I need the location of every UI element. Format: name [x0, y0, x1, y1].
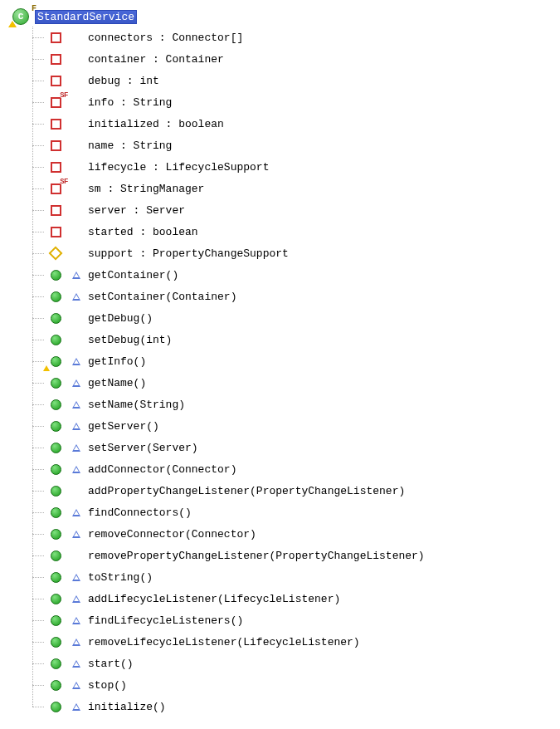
member-node[interactable]: support : PropertyChangeSupport	[10, 242, 553, 264]
private-field-icon	[45, 115, 66, 132]
member-node[interactable]: started : boolean	[10, 221, 553, 242]
member-label: getDebug()	[88, 312, 153, 325]
member-node[interactable]: lifecycle : LifecycleSupport	[10, 156, 553, 178]
member-label: setDebug(int)	[88, 334, 172, 346]
member-label: connectors : Connector[]	[88, 32, 243, 44]
member-node[interactable]: SFsm : StringManager	[10, 178, 553, 199]
member-label: initialized : boolean	[88, 118, 224, 130]
override-marker-icon	[70, 441, 83, 454]
member-node[interactable]: addPropertyChangeListener(PropertyChange…	[10, 480, 553, 501]
member-node[interactable]: addLifecycleListener(LifecycleListener)	[10, 588, 553, 609]
public-method-icon	[45, 439, 66, 456]
member-node[interactable]: server : Server	[10, 199, 553, 221]
member-node[interactable]: findConnectors()	[10, 501, 553, 523]
public-method-icon	[45, 396, 66, 413]
override-marker-icon	[70, 268, 83, 281]
member-node[interactable]: setDebug(int)	[10, 329, 553, 350]
member-label: removeLifecycleListener(LifecycleListene…	[88, 636, 360, 648]
member-label: debug : int	[88, 75, 159, 87]
member-node[interactable]: connectors : Connector[]	[10, 27, 553, 48]
public-method-icon	[45, 461, 66, 477]
private-field-icon	[45, 137, 66, 154]
override-marker-icon	[70, 570, 83, 584]
member-node[interactable]: initialize()	[10, 696, 553, 717]
member-label: support : PropertyChangeSupport	[88, 247, 289, 260]
class-node[interactable]: CF StandardService	[10, 7, 553, 27]
member-label: removeConnector(Connector)	[88, 528, 256, 541]
member-label: getName()	[88, 377, 146, 389]
member-node[interactable]: getContainer()	[10, 264, 553, 286]
private-field-icon	[45, 72, 66, 89]
public-method-icon	[45, 310, 66, 326]
member-node[interactable]: container : Container	[10, 48, 553, 70]
member-label: server : Server	[88, 204, 185, 217]
public-method-icon	[45, 547, 66, 564]
member-label: lifecycle : LifecycleSupport	[88, 161, 269, 174]
member-node[interactable]: setServer(Server)	[10, 437, 553, 458]
member-node[interactable]: addConnector(Connector)	[10, 458, 553, 480]
member-node[interactable]: debug : int	[10, 70, 553, 91]
public-method-icon	[45, 569, 66, 585]
public-method-icon	[45, 504, 66, 521]
member-node[interactable]: getName()	[10, 372, 553, 394]
member-label: stop()	[88, 679, 127, 692]
member-node[interactable]: setContainer(Container)	[10, 286, 553, 307]
public-method-icon	[45, 418, 66, 434]
public-method-icon	[45, 655, 66, 672]
member-node[interactable]: initialized : boolean	[10, 113, 553, 135]
override-marker-icon	[70, 419, 83, 433]
override-marker-icon	[70, 506, 83, 519]
override-marker-icon	[70, 355, 83, 368]
public-method-icon	[45, 374, 66, 391]
member-node[interactable]: removeLifecycleListener(LifecycleListene…	[10, 631, 553, 653]
member-label: initialize()	[88, 701, 166, 713]
private-field-icon	[45, 159, 66, 175]
member-label: addConnector(Connector)	[88, 463, 236, 476]
public-method-icon	[45, 698, 66, 715]
outline-tree[interactable]: CF StandardService connectors : Connecto…	[10, 7, 553, 717]
public-method-icon	[45, 353, 66, 369]
public-method-icon	[45, 634, 66, 650]
member-label: removePropertyChangeListener(PropertyCha…	[88, 550, 425, 562]
override-marker-icon	[70, 376, 83, 389]
override-marker-icon	[70, 635, 83, 648]
public-method-icon	[45, 331, 66, 348]
override-marker-icon	[70, 527, 83, 541]
member-node[interactable]: removePropertyChangeListener(PropertyCha…	[10, 545, 553, 566]
member-label: started : boolean	[88, 226, 198, 238]
member-label: start()	[88, 658, 134, 670]
member-label: setName(String)	[88, 399, 185, 411]
public-method-icon	[45, 677, 66, 693]
member-label: findLifecycleListeners()	[88, 614, 243, 627]
member-label: container : Container	[88, 53, 224, 66]
public-method-icon	[45, 288, 66, 305]
override-marker-icon	[70, 592, 83, 605]
member-node[interactable]: name : String	[10, 135, 553, 156]
member-node[interactable]: stop()	[10, 674, 553, 696]
override-marker-icon	[70, 678, 83, 692]
member-label: sm : StringManager	[88, 183, 204, 195]
member-node[interactable]: toString()	[10, 566, 553, 588]
member-node[interactable]: findLifecycleListeners()	[10, 609, 553, 631]
private-field-icon	[45, 223, 66, 240]
member-node[interactable]: getInfo()	[10, 350, 553, 372]
private-field-icon	[45, 202, 66, 218]
member-label: findConnectors()	[88, 506, 192, 519]
member-node[interactable]: removeConnector(Connector)	[10, 523, 553, 545]
default-field-icon	[45, 245, 66, 262]
member-node[interactable]: getServer()	[10, 415, 553, 437]
override-marker-icon	[70, 290, 83, 303]
member-list: connectors : Connector[]container : Cont…	[10, 27, 553, 717]
override-marker-icon	[70, 700, 83, 713]
public-method-icon	[45, 526, 66, 542]
member-node[interactable]: SFinfo : String	[10, 91, 553, 113]
public-method-icon	[45, 612, 66, 629]
member-label: getInfo()	[88, 355, 146, 368]
member-label: getContainer()	[88, 269, 178, 281]
public-method-icon	[45, 267, 66, 283]
member-node[interactable]: setName(String)	[10, 394, 553, 415]
override-marker-icon	[70, 398, 83, 411]
member-node[interactable]: start()	[10, 653, 553, 674]
member-label: toString()	[88, 571, 153, 584]
member-node[interactable]: getDebug()	[10, 307, 553, 329]
